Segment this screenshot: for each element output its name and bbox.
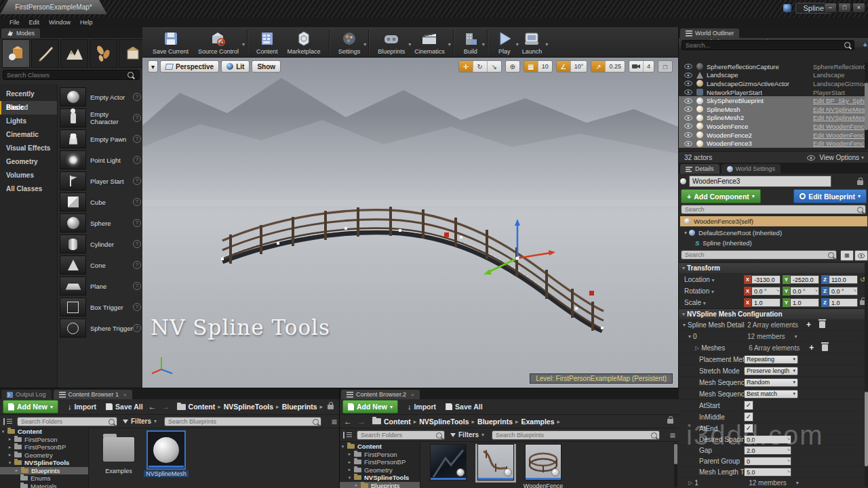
rotation-x-field[interactable]: 0.0 °↘ [751, 287, 781, 296]
place-item-sphere[interactable]: Sphere? [60, 213, 141, 233]
tree-nvsplinetools[interactable]: ▾NVSplineTools [0, 459, 88, 467]
inmiddle-checkbox[interactable]: ✓ [744, 412, 753, 422]
parent-group-field[interactable]: 0↘ [744, 457, 791, 466]
search-folders-input[interactable] [357, 430, 445, 440]
asset-examples-folder[interactable]: Examples [98, 432, 139, 474]
grid-snap-toggle[interactable]: ▦ [524, 61, 538, 72]
tree-firstpersonbp[interactable]: ▸FirstPersonBP [0, 443, 88, 451]
tab-content-browser-2[interactable]: Content Browser.2 × [341, 390, 420, 399]
atend-checkbox[interactable]: ✓ [744, 424, 753, 433]
mode-landscape-button[interactable] [60, 39, 88, 68]
save-all-button[interactable]: Save All [446, 403, 482, 411]
close-tab-icon[interactable]: × [411, 392, 414, 398]
asset-example-2-selected[interactable] [475, 444, 516, 483]
tab-details[interactable]: Details [680, 164, 719, 174]
show-button[interactable]: Show [252, 60, 281, 73]
source-control-button[interactable]: Source Control▾ [193, 27, 243, 57]
import-button[interactable]: ↓Import [408, 403, 436, 411]
clear-array-icon[interactable] [819, 321, 825, 328]
blueprints-button[interactable]: Blueprints▾ [373, 27, 410, 57]
sources-panel-toggle-icon[interactable] [343, 432, 353, 439]
visibility-eye-icon[interactable] [684, 123, 692, 129]
menu-help[interactable]: Help [80, 19, 93, 26]
tree-geometry[interactable]: ▸Geometry [340, 466, 420, 474]
mode-place-button[interactable] [2, 39, 30, 68]
view-options-button[interactable]: View Options [819, 154, 859, 161]
breadcrumb-content[interactable]: Content [189, 403, 216, 411]
play-button[interactable]: Play▾ [492, 27, 517, 57]
tree-blueprints[interactable]: ▸Blueprints [0, 467, 88, 475]
tab-world-outliner[interactable]: World Outliner [680, 28, 739, 38]
lit-button[interactable]: Lit [221, 60, 250, 73]
filters-button[interactable]: Filters▾ [450, 431, 486, 439]
breadcrumb-blueprints[interactable]: Blueprints [477, 418, 513, 426]
component-search-input[interactable] [681, 205, 866, 214]
outliner-row[interactable]: LandscapeLandscape [679, 71, 866, 80]
breadcrumb-nvsplinetools[interactable]: NVSplineTools [419, 418, 469, 426]
tree-content[interactable]: ▾Content [340, 443, 420, 451]
property-matrix-button[interactable]: ▦ [840, 250, 854, 261]
search-assets-input[interactable] [492, 430, 660, 440]
display-filter-button[interactable] [854, 250, 868, 261]
component-root-row[interactable]: ▾ DefaultSceneRoot (Inherited) [680, 228, 867, 237]
outliner-scrollbar[interactable] [865, 62, 868, 149]
sources-panel-toggle-icon[interactable] [3, 418, 13, 425]
lock-icon[interactable] [328, 405, 334, 409]
tree-firstperson[interactable]: ▸FirstPerson [0, 436, 88, 444]
dropdown-caret-icon[interactable]: ▾ [448, 41, 451, 47]
back-button[interactable]: ← [344, 417, 352, 426]
breadcrumb-examples[interactable]: Examples [521, 418, 555, 426]
mesh-sequence-dist-select[interactable]: Best match▾ [744, 390, 798, 399]
config-row-spline-mesh-details[interactable]: ▾ Spline Mesh Details 2 Array elements + [679, 319, 863, 331]
search-classes-input[interactable] [3, 70, 140, 80]
scale-tool-button[interactable]: ↘ [488, 61, 501, 72]
visibility-eye-icon[interactable] [684, 115, 692, 121]
visibility-eye-icon[interactable] [684, 141, 692, 146]
mode-foliage-button[interactable] [90, 39, 117, 68]
breadcrumb-blueprints[interactable]: Blueprints [282, 403, 317, 411]
lock-icon[interactable] [667, 419, 673, 424]
clear-array-icon[interactable] [822, 344, 828, 351]
import-button[interactable]: ↓Import [68, 403, 96, 411]
visibility-eye-icon[interactable] [684, 98, 692, 104]
stretch-mode-select[interactable]: Preserve length▾ [744, 367, 798, 375]
place-item-plane[interactable]: Plane? [60, 276, 141, 296]
edit-blueprint-link[interactable]: Edit WoodenFence [813, 131, 866, 139]
tab-modes[interactable]: Modes [1, 28, 40, 38]
viewport-options-button[interactable]: ▾ [148, 60, 158, 73]
place-item-sphere-trigger[interactable]: Sphere Trigger? [60, 318, 141, 338]
category-volumes[interactable]: Volumes [0, 169, 57, 182]
edit-blueprint-link[interactable]: Edit NVSplineMesh [813, 114, 866, 121]
tree-firstperson[interactable]: ▸FirstPerson [340, 451, 420, 459]
menu-window[interactable]: Window [49, 19, 71, 26]
breadcrumb-nvsplinetools[interactable]: NVSplineTools [224, 403, 273, 411]
outliner-row[interactable]: LandscapeGizmoActiveActorLandscapeGizmoA… [679, 79, 866, 88]
category-lights[interactable]: Lights [0, 115, 57, 128]
scale-z-field[interactable]: 1.0 [829, 298, 858, 307]
lock-icon[interactable] [857, 180, 863, 185]
marketplace-button[interactable]: Marketplace [283, 27, 326, 57]
outliner-row[interactable]: SphereReflectionCaptureSphereReflectionC… [679, 62, 866, 71]
tab-output-log[interactable]: Output Log [1, 390, 52, 399]
category-all-classes[interactable]: All Classes [0, 182, 57, 196]
visibility-eye-icon[interactable] [684, 64, 692, 69]
rotation-z-field[interactable]: 0.0 °↘ [829, 287, 858, 296]
save-all-button[interactable]: Save All [106, 403, 142, 411]
maximize-viewport-button[interactable]: □ [658, 61, 672, 72]
mesh-sequence-select[interactable]: Random▾ [744, 378, 798, 387]
rotation-snap-toggle[interactable]: ∠ [557, 61, 571, 72]
menu-file[interactable]: File [9, 19, 20, 26]
category-basic[interactable]: Basic [0, 101, 57, 115]
outliner-row[interactable]: WoodenFenceEdit WoodenFence [679, 122, 866, 131]
edit-blueprint-link[interactable]: Edit WoodenFence [813, 123, 866, 130]
asset-example-1[interactable] [428, 444, 469, 483]
atstart-checkbox[interactable]: ✓ [744, 401, 753, 410]
view-settings-icon[interactable]: ▦ [331, 418, 337, 425]
place-item-cylinder[interactable]: Cylinder? [60, 234, 141, 254]
tree-materials[interactable]: Materials [0, 483, 88, 488]
category-visual-effects[interactable]: Visual Effects [0, 142, 57, 155]
place-item-point-light[interactable]: Point Light? [60, 150, 141, 170]
visibility-eye-icon[interactable] [684, 89, 692, 95]
view-settings-icon[interactable]: ▦ [669, 432, 675, 439]
tree-firstpersonbp[interactable]: ▸FirstPersonBP [340, 458, 420, 466]
